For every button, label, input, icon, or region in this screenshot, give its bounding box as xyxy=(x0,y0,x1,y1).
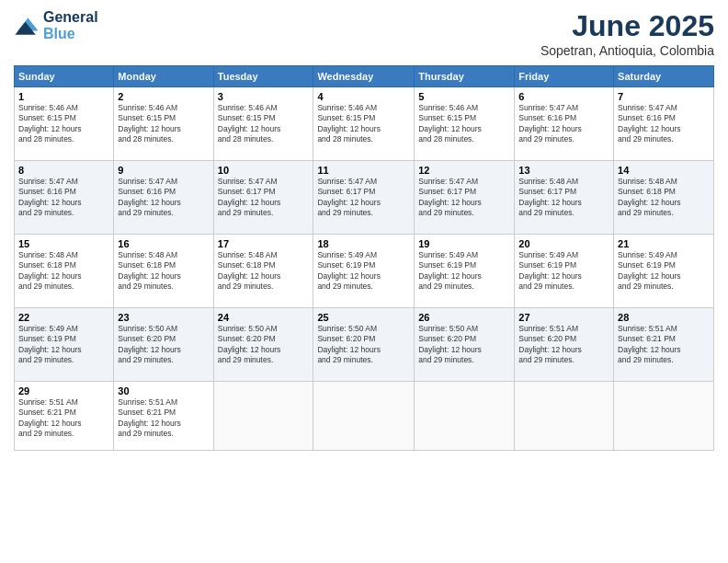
calendar-day-cell: 24Sunrise: 5:50 AMSunset: 6:20 PMDayligh… xyxy=(213,308,313,382)
day-number: 11 xyxy=(317,165,410,176)
logo-icon xyxy=(14,13,40,39)
day-number: 14 xyxy=(618,165,710,176)
calendar-day-cell: 5Sunrise: 5:46 AMSunset: 6:15 PMDaylight… xyxy=(415,87,515,161)
day-info: Sunrise: 5:50 AMSunset: 6:20 PMDaylight:… xyxy=(218,324,310,366)
logo: General Blue xyxy=(14,9,98,42)
calendar-day-cell: 18Sunrise: 5:49 AMSunset: 6:19 PMDayligh… xyxy=(313,235,415,308)
calendar-day-cell xyxy=(415,382,515,451)
calendar-day-cell: 21Sunrise: 5:49 AMSunset: 6:19 PMDayligh… xyxy=(614,235,714,308)
calendar-day-cell: 15Sunrise: 5:48 AMSunset: 6:18 PMDayligh… xyxy=(15,235,114,308)
day-number: 16 xyxy=(118,238,209,249)
calendar-day-cell: 17Sunrise: 5:48 AMSunset: 6:18 PMDayligh… xyxy=(213,235,313,308)
day-info: Sunrise: 5:51 AMSunset: 6:20 PMDaylight:… xyxy=(518,324,609,366)
day-number: 21 xyxy=(618,238,710,249)
calendar-day-cell: 16Sunrise: 5:48 AMSunset: 6:18 PMDayligh… xyxy=(114,235,213,308)
day-number: 17 xyxy=(218,238,310,249)
weekday-header-wednesday: Wednesday xyxy=(313,66,415,87)
calendar-day-cell: 9Sunrise: 5:47 AMSunset: 6:16 PMDaylight… xyxy=(114,161,213,235)
day-info: Sunrise: 5:49 AMSunset: 6:19 PMDaylight:… xyxy=(518,250,609,293)
title-block: June 2025 Sopetran, Antioquia, Colombia xyxy=(540,9,714,58)
day-number: 23 xyxy=(118,312,209,323)
calendar-day-cell xyxy=(614,382,714,451)
calendar-day-cell: 6Sunrise: 5:47 AMSunset: 6:16 PMDaylight… xyxy=(515,87,614,161)
day-info: Sunrise: 5:47 AMSunset: 6:16 PMDaylight:… xyxy=(618,103,710,145)
day-info: Sunrise: 5:49 AMSunset: 6:19 PMDaylight:… xyxy=(18,324,109,366)
day-info: Sunrise: 5:46 AMSunset: 6:15 PMDaylight:… xyxy=(118,103,209,145)
page: General Blue June 2025 Sopetran, Antioqu… xyxy=(0,0,728,563)
day-info: Sunrise: 5:47 AMSunset: 6:16 PMDaylight:… xyxy=(18,177,109,219)
calendar-day-cell: 29Sunrise: 5:51 AMSunset: 6:21 PMDayligh… xyxy=(15,382,114,451)
calendar-day-cell: 12Sunrise: 5:47 AMSunset: 6:17 PMDayligh… xyxy=(415,161,515,235)
calendar-day-cell: 4Sunrise: 5:46 AMSunset: 6:15 PMDaylight… xyxy=(313,87,415,161)
day-number: 1 xyxy=(18,91,109,102)
calendar-day-cell: 20Sunrise: 5:49 AMSunset: 6:19 PMDayligh… xyxy=(515,235,614,308)
day-info: Sunrise: 5:47 AMSunset: 6:17 PMDaylight:… xyxy=(218,177,310,219)
day-number: 29 xyxy=(18,385,109,396)
calendar-week-row: 15Sunrise: 5:48 AMSunset: 6:18 PMDayligh… xyxy=(15,235,714,308)
day-info: Sunrise: 5:50 AMSunset: 6:20 PMDaylight:… xyxy=(317,324,410,366)
calendar-day-cell: 3Sunrise: 5:46 AMSunset: 6:15 PMDaylight… xyxy=(213,87,313,161)
day-info: Sunrise: 5:46 AMSunset: 6:15 PMDaylight:… xyxy=(418,103,510,145)
day-number: 18 xyxy=(317,238,410,249)
logo-text: General Blue xyxy=(43,9,98,42)
day-number: 10 xyxy=(218,165,310,176)
day-info: Sunrise: 5:47 AMSunset: 6:17 PMDaylight:… xyxy=(418,177,510,219)
calendar-day-cell: 25Sunrise: 5:50 AMSunset: 6:20 PMDayligh… xyxy=(313,308,415,382)
calendar-day-cell: 22Sunrise: 5:49 AMSunset: 6:19 PMDayligh… xyxy=(15,308,114,382)
weekday-header-friday: Friday xyxy=(515,66,614,87)
day-number: 22 xyxy=(18,312,109,323)
day-info: Sunrise: 5:49 AMSunset: 6:19 PMDaylight:… xyxy=(317,250,410,293)
day-number: 19 xyxy=(418,238,510,249)
calendar-day-cell: 26Sunrise: 5:50 AMSunset: 6:20 PMDayligh… xyxy=(415,308,515,382)
day-number: 2 xyxy=(118,91,209,102)
weekday-header-row: SundayMondayTuesdayWednesdayThursdayFrid… xyxy=(15,66,714,87)
day-info: Sunrise: 5:48 AMSunset: 6:18 PMDaylight:… xyxy=(18,250,109,293)
calendar-day-cell xyxy=(313,382,415,451)
day-number: 26 xyxy=(418,312,510,323)
day-number: 4 xyxy=(317,91,410,102)
weekday-header-monday: Monday xyxy=(114,66,213,87)
weekday-header-thursday: Thursday xyxy=(415,66,515,87)
day-number: 6 xyxy=(518,91,609,102)
weekday-header-saturday: Saturday xyxy=(614,66,714,87)
day-info: Sunrise: 5:46 AMSunset: 6:15 PMDaylight:… xyxy=(317,103,410,145)
day-info: Sunrise: 5:49 AMSunset: 6:19 PMDaylight:… xyxy=(618,250,710,293)
calendar-week-row: 1Sunrise: 5:46 AMSunset: 6:15 PMDaylight… xyxy=(15,87,714,161)
calendar-day-cell: 30Sunrise: 5:51 AMSunset: 6:21 PMDayligh… xyxy=(114,382,213,451)
calendar-day-cell: 19Sunrise: 5:49 AMSunset: 6:19 PMDayligh… xyxy=(415,235,515,308)
day-number: 25 xyxy=(317,312,410,323)
day-number: 5 xyxy=(418,91,510,102)
calendar-day-cell: 27Sunrise: 5:51 AMSunset: 6:20 PMDayligh… xyxy=(515,308,614,382)
header: General Blue June 2025 Sopetran, Antioqu… xyxy=(14,9,714,58)
day-info: Sunrise: 5:51 AMSunset: 6:21 PMDaylight:… xyxy=(18,397,109,440)
calendar-day-cell: 13Sunrise: 5:48 AMSunset: 6:17 PMDayligh… xyxy=(515,161,614,235)
month-title: June 2025 xyxy=(540,9,714,43)
calendar-week-row: 8Sunrise: 5:47 AMSunset: 6:16 PMDaylight… xyxy=(15,161,714,235)
day-number: 30 xyxy=(118,385,209,396)
day-number: 20 xyxy=(518,238,609,249)
day-info: Sunrise: 5:46 AMSunset: 6:15 PMDaylight:… xyxy=(218,103,310,145)
day-number: 27 xyxy=(518,312,609,323)
day-number: 7 xyxy=(618,91,710,102)
calendar-day-cell: 23Sunrise: 5:50 AMSunset: 6:20 PMDayligh… xyxy=(114,308,213,382)
calendar-day-cell: 11Sunrise: 5:47 AMSunset: 6:17 PMDayligh… xyxy=(313,161,415,235)
calendar-day-cell: 28Sunrise: 5:51 AMSunset: 6:21 PMDayligh… xyxy=(614,308,714,382)
weekday-header-tuesday: Tuesday xyxy=(213,66,313,87)
calendar-week-row: 22Sunrise: 5:49 AMSunset: 6:19 PMDayligh… xyxy=(15,308,714,382)
calendar-day-cell: 1Sunrise: 5:46 AMSunset: 6:15 PMDaylight… xyxy=(15,87,114,161)
day-info: Sunrise: 5:47 AMSunset: 6:17 PMDaylight:… xyxy=(317,177,410,219)
day-info: Sunrise: 5:48 AMSunset: 6:18 PMDaylight:… xyxy=(618,177,710,219)
day-number: 13 xyxy=(518,165,609,176)
day-number: 12 xyxy=(418,165,510,176)
calendar-day-cell: 10Sunrise: 5:47 AMSunset: 6:17 PMDayligh… xyxy=(213,161,313,235)
day-info: Sunrise: 5:48 AMSunset: 6:18 PMDaylight:… xyxy=(118,250,209,293)
day-info: Sunrise: 5:51 AMSunset: 6:21 PMDaylight:… xyxy=(618,324,710,366)
day-number: 9 xyxy=(118,165,209,176)
calendar-week-row: 29Sunrise: 5:51 AMSunset: 6:21 PMDayligh… xyxy=(15,382,714,451)
day-number: 15 xyxy=(18,238,109,249)
day-info: Sunrise: 5:46 AMSunset: 6:15 PMDaylight:… xyxy=(18,103,109,145)
day-info: Sunrise: 5:47 AMSunset: 6:16 PMDaylight:… xyxy=(518,103,609,145)
day-info: Sunrise: 5:50 AMSunset: 6:20 PMDaylight:… xyxy=(418,324,510,366)
day-info: Sunrise: 5:47 AMSunset: 6:16 PMDaylight:… xyxy=(118,177,209,219)
day-info: Sunrise: 5:48 AMSunset: 6:17 PMDaylight:… xyxy=(518,177,609,219)
